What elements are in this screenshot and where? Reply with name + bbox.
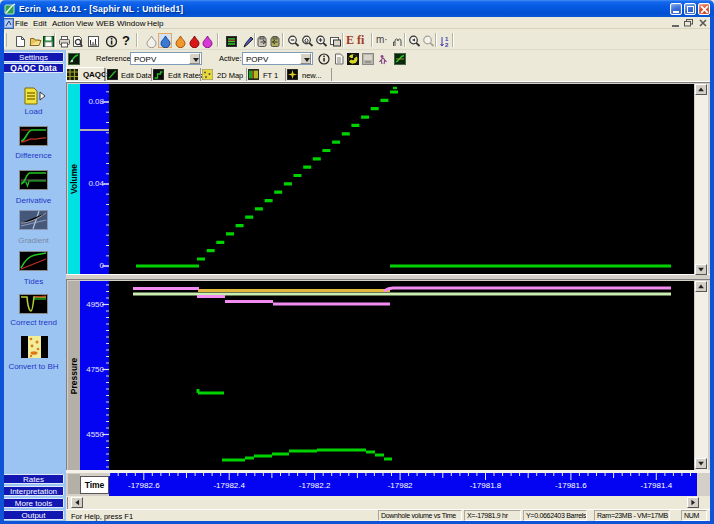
svg-text:2: 2 <box>445 42 449 48</box>
